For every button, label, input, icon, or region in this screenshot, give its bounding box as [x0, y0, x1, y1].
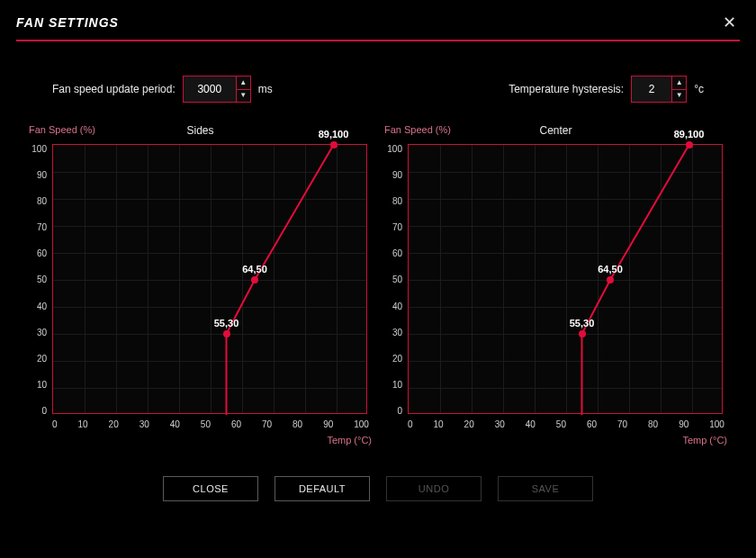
update-period-control: Fan speed update period: ▲ ▼ ms: [52, 76, 273, 103]
chart-x-axis-label: Temp (°C): [384, 435, 727, 446]
hysteresis-control: Temperature hysteresis: ▲ ▼ °c: [508, 76, 704, 103]
default-button[interactable]: DEFAULT: [274, 476, 370, 501]
update-period-label: Fan speed update period:: [52, 83, 176, 95]
curve-point[interactable]: [607, 276, 614, 284]
update-period-input[interactable]: [184, 76, 236, 102]
curve-point[interactable]: [686, 141, 693, 148]
update-period-stepper[interactable]: ▲ ▼: [183, 76, 251, 103]
chart-panel: Fan Speed (%)Center100908070605040302010…: [384, 124, 727, 446]
chart-x-ticks: 0102030405060708090100: [52, 419, 369, 429]
update-period-up-icon[interactable]: ▲: [237, 76, 250, 89]
close-icon[interactable]: ✕: [719, 13, 740, 32]
curve-point[interactable]: [330, 141, 338, 148]
chart-y-ticks: 1009080706050403020100: [384, 144, 408, 416]
chart-plot-area[interactable]: 55,3064,5089,100: [52, 144, 367, 414]
hysteresis-down-icon[interactable]: ▼: [672, 89, 686, 103]
hysteresis-input[interactable]: [632, 76, 671, 102]
curve-point-label: 55,30: [214, 318, 239, 328]
curve-point[interactable]: [223, 330, 230, 338]
curve-point[interactable]: [579, 330, 586, 338]
curve-point-label: 89,100: [674, 129, 705, 140]
chart-title: Center: [539, 124, 572, 137]
hysteresis-stepper[interactable]: ▲ ▼: [631, 76, 687, 103]
hysteresis-up-icon[interactable]: ▲: [672, 76, 686, 89]
update-period-down-icon[interactable]: ▼: [237, 89, 250, 103]
chart-panel: Fan Speed (%)Sides1009080706050403020100…: [29, 124, 372, 446]
curve-point-label: 64,50: [598, 264, 623, 274]
chart-plot-area[interactable]: 55,3064,5089,100: [408, 144, 723, 414]
window-title: FAN SETTINGS: [16, 15, 119, 30]
chart-x-axis-label: Temp (°C): [29, 435, 372, 446]
close-button[interactable]: CLOSE: [163, 476, 258, 501]
curve-point-label: 64,50: [242, 264, 267, 274]
curve-point-label: 55,30: [570, 318, 595, 328]
chart-y-ticks: 1009080706050403020100: [29, 144, 52, 416]
chart-y-axis-label: Fan Speed (%): [384, 124, 451, 135]
curve-point-label: 89,100: [319, 129, 349, 140]
undo-button[interactable]: UNDO: [386, 476, 482, 501]
hysteresis-label: Temperature hysteresis:: [508, 83, 624, 95]
chart-title: Sides: [186, 124, 213, 137]
update-period-unit: ms: [258, 83, 273, 95]
curve-point[interactable]: [251, 276, 258, 284]
save-button[interactable]: SAVE: [498, 476, 593, 501]
chart-y-axis-label: Fan Speed (%): [29, 124, 95, 135]
hysteresis-unit: °c: [694, 83, 704, 95]
chart-x-ticks: 0102030405060708090100: [408, 419, 724, 429]
